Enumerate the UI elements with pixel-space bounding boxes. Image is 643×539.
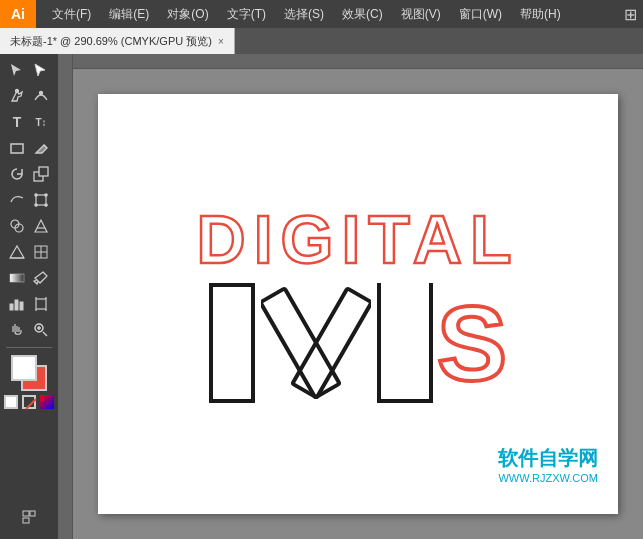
- watermark-url: WWW.RJZXW.COM: [498, 472, 598, 484]
- svg-rect-33: [30, 511, 35, 516]
- fill-none-icon[interactable]: [4, 395, 18, 409]
- svg-rect-22: [36, 299, 46, 309]
- artboards-icon[interactable]: [17, 505, 41, 529]
- tab-bar: 未标题-1* @ 290.69% (CMYK/GPU 预览) ×: [0, 28, 643, 54]
- menu-object[interactable]: 对象(O): [159, 2, 216, 27]
- ixus-row: S: [209, 283, 507, 403]
- free-transform-tool[interactable]: [29, 188, 53, 212]
- tool-divider: [6, 347, 52, 348]
- menu-window[interactable]: 窗口(W): [451, 2, 510, 27]
- eraser-tool[interactable]: [29, 136, 53, 160]
- selection-tool[interactable]: [5, 58, 29, 82]
- extra-tools: [17, 505, 41, 535]
- svg-rect-17: [10, 274, 24, 282]
- menu-view[interactable]: 视图(V): [393, 2, 449, 27]
- letter-s: S: [437, 291, 507, 396]
- menu-bar: Ai 文件(F) 编辑(E) 对象(O) 文字(T) 选择(S) 效果(C) 视…: [0, 0, 643, 28]
- app-logo: Ai: [0, 0, 36, 28]
- svg-rect-20: [15, 300, 18, 310]
- builder-tools: [3, 214, 55, 238]
- warp-tools: [3, 188, 55, 212]
- watermark: 软件自学网 WWW.RJZXW.COM: [498, 445, 598, 484]
- shape-tools: [3, 136, 55, 160]
- shape-builder-tool[interactable]: [5, 214, 29, 238]
- svg-rect-21: [20, 302, 23, 310]
- letter-u: [377, 283, 433, 403]
- rectangle-tool[interactable]: [5, 136, 29, 160]
- menu-file[interactable]: 文件(F): [44, 2, 99, 27]
- gradient-tool[interactable]: [5, 266, 29, 290]
- perspective-tools: [3, 240, 55, 264]
- warp-tool[interactable]: [5, 188, 29, 212]
- svg-point-9: [45, 204, 47, 206]
- color-gradient-icon[interactable]: [40, 395, 54, 409]
- tab-title: 未标题-1* @ 290.69% (CMYK/GPU 预览): [10, 34, 212, 49]
- foreground-color-box[interactable]: [11, 355, 37, 381]
- svg-rect-5: [36, 195, 46, 205]
- tab-close-button[interactable]: ×: [218, 36, 224, 47]
- stroke-none-icon[interactable]: [22, 395, 36, 409]
- color-boxes: [11, 355, 47, 391]
- svg-point-8: [35, 204, 37, 206]
- svg-point-0: [16, 90, 19, 93]
- ruler-vertical: [58, 54, 73, 539]
- ruler-horizontal: [58, 54, 643, 69]
- svg-rect-32: [23, 511, 29, 516]
- document-tab[interactable]: 未标题-1* @ 290.69% (CMYK/GPU 预览) ×: [0, 28, 235, 54]
- direct-selection-tool[interactable]: [29, 58, 53, 82]
- menu-select[interactable]: 选择(S): [276, 2, 332, 27]
- logo-design: DIGITAL: [197, 205, 520, 403]
- type-tools: T T↕: [3, 110, 55, 134]
- svg-point-6: [35, 194, 37, 196]
- artboard-tool[interactable]: [29, 292, 53, 316]
- menu-type[interactable]: 文字(T): [219, 2, 274, 27]
- rotate-tool[interactable]: [5, 162, 29, 186]
- watermark-main: 软件自学网: [498, 445, 598, 472]
- layout-icon[interactable]: ⊞: [624, 5, 637, 24]
- curvature-tool[interactable]: [29, 84, 53, 108]
- perspective-tool[interactable]: [5, 240, 29, 264]
- letter-x: [261, 283, 371, 403]
- zoom-tool[interactable]: [29, 318, 53, 342]
- live-paint-tool[interactable]: [29, 214, 53, 238]
- x-svg: [261, 283, 371, 403]
- navigation-tools: [3, 318, 55, 342]
- hand-tool[interactable]: [5, 318, 29, 342]
- eyedropper-tool[interactable]: [29, 266, 53, 290]
- menu-effect[interactable]: 效果(C): [334, 2, 391, 27]
- canvas[interactable]: DIGITAL: [98, 94, 618, 514]
- svg-point-7: [45, 194, 47, 196]
- scale-tool[interactable]: [29, 162, 53, 186]
- svg-line-31: [26, 399, 36, 409]
- pen-tools: [3, 84, 55, 108]
- digital-text: DIGITAL: [197, 205, 520, 273]
- letter-i: [209, 283, 255, 403]
- svg-rect-19: [10, 304, 13, 310]
- mesh-tool[interactable]: [29, 240, 53, 264]
- svg-rect-34: [23, 518, 29, 523]
- type-tool[interactable]: T: [5, 110, 29, 134]
- menu-help[interactable]: 帮助(H): [512, 2, 569, 27]
- svg-line-28: [43, 332, 47, 336]
- main-area: T T↕: [0, 54, 643, 539]
- menu-items: 文件(F) 编辑(E) 对象(O) 文字(T) 选择(S) 效果(C) 视图(V…: [40, 2, 569, 27]
- graph-tools: [3, 292, 55, 316]
- transform-tools: [3, 162, 55, 186]
- canvas-area: DIGITAL: [58, 54, 643, 539]
- menu-edit[interactable]: 编辑(E): [101, 2, 157, 27]
- touch-type-tool[interactable]: T↕: [29, 110, 53, 134]
- svg-point-1: [40, 92, 43, 95]
- pen-tool[interactable]: [5, 84, 29, 108]
- toolbar: T T↕: [0, 54, 58, 539]
- svg-rect-2: [11, 144, 23, 153]
- selection-tools: [3, 58, 55, 82]
- color-section: [4, 355, 54, 409]
- svg-rect-4: [39, 167, 48, 176]
- column-graph-tool[interactable]: [5, 292, 29, 316]
- gradient-tools: [3, 266, 55, 290]
